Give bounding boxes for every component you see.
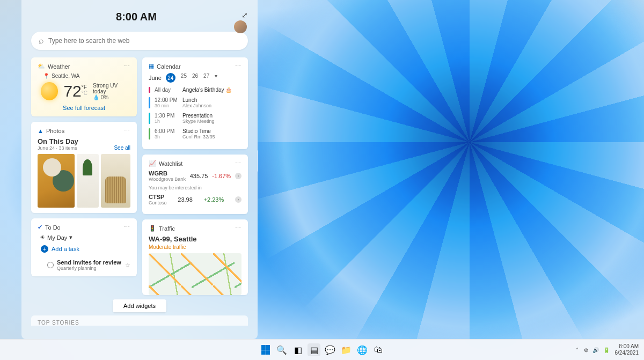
- search-button[interactable]: 🔍: [275, 343, 288, 356]
- todo-icon: ✔: [38, 224, 42, 231]
- sun-icon: [41, 82, 58, 100]
- weather-uv: Strong UV today: [93, 83, 130, 94]
- weather-title: Weather: [48, 63, 70, 70]
- stocks-icon: 📈: [149, 160, 156, 167]
- search-input[interactable]: [48, 37, 240, 45]
- traffic-more-icon[interactable]: ⋯: [235, 225, 241, 232]
- traffic-route: WA-99, Seattle: [149, 235, 241, 243]
- photo-thumb[interactable]: [77, 154, 99, 208]
- calendar-icon: ▦: [149, 63, 154, 70]
- sun-small-icon: ☀: [40, 234, 45, 241]
- user-avatar[interactable]: [234, 20, 247, 33]
- calendar-title: Calendar: [157, 63, 181, 70]
- traffic-icon: 🚦: [149, 225, 156, 232]
- traffic-map[interactable]: [149, 253, 241, 295]
- photos-more-icon[interactable]: ⋯: [124, 127, 130, 134]
- volume-icon[interactable]: 🔊: [592, 347, 599, 353]
- watchlist-title: Watchlist: [159, 160, 182, 167]
- location-icon: 📍: [43, 73, 49, 79]
- photos-heading: On This Day: [38, 137, 78, 145]
- explorer-button[interactable]: 📁: [340, 343, 353, 356]
- calendar-event[interactable]: All day Angela's Birthday 🎂: [149, 87, 241, 93]
- interest-label: You may be interested in: [149, 185, 241, 190]
- event-color-bar: [149, 87, 150, 93]
- photos-title: Photos: [46, 128, 64, 134]
- widgets-button[interactable]: ▤: [308, 343, 320, 356]
- store-button[interactable]: 🛍: [372, 343, 385, 356]
- weather-icon: ⛅: [38, 63, 45, 70]
- add-widgets-button[interactable]: Add widgets: [113, 299, 166, 312]
- resize-handle[interactable]: [257, 150, 258, 172]
- calendar-days[interactable]: 24 25 26 27 ▾: [166, 73, 217, 83]
- calendar-month: June: [149, 75, 162, 81]
- event-color-bar: [149, 113, 150, 124]
- photos-icon: ▲: [38, 128, 43, 134]
- traffic-title: Traffic: [159, 225, 175, 232]
- panel-time: 8:00 AM: [31, 11, 241, 23]
- calendar-card[interactable]: ▦Calendar ⋯ June 24 25 26 27 ▾ All day A…: [142, 57, 248, 149]
- tray-chevron-icon[interactable]: ˄: [576, 347, 579, 353]
- expand-icon[interactable]: ⤢: [241, 11, 248, 19]
- photo-thumb[interactable]: [101, 154, 130, 208]
- todo-card[interactable]: ✔To Do ⋯ ☀My Day▾ +Add a task Send invit…: [31, 218, 137, 276]
- watchlist-more-icon[interactable]: ⋯: [235, 160, 241, 167]
- event-color-bar: [149, 97, 150, 108]
- myday-dropdown[interactable]: ☀My Day▾: [40, 234, 130, 241]
- add-task-button[interactable]: +Add a task: [41, 245, 130, 253]
- droplet-icon: 💧: [93, 94, 99, 100]
- edge-button[interactable]: 🌐: [356, 343, 369, 356]
- widgets-panel: 8:00 AM ⤢ ⌕ ⛅Weather ⋯ 📍Seattle, WA 72°F…: [21, 0, 258, 339]
- taskbar: 🔍 ◧ ▤ 💬 📁 🌐 🛍 ˄ ⊚ 🔊 🔋 8:00 AM 6/24/2021: [0, 339, 644, 360]
- calendar-event[interactable]: 6:00 PM3h Studio TimeConf Rm 32/35: [149, 128, 241, 139]
- chat-button[interactable]: 💬: [324, 343, 336, 356]
- star-icon[interactable]: ☆: [125, 262, 130, 269]
- photo-thumbnails[interactable]: [38, 154, 130, 208]
- search-box[interactable]: ⌕: [31, 32, 248, 50]
- start-button[interactable]: [259, 343, 272, 356]
- stock-row[interactable]: CTSPContoso 23.98 +2.23% ›: [149, 194, 241, 205]
- stock-row[interactable]: WGRBWoodgrove Bank 435.75 -1.67% ›: [149, 170, 241, 182]
- drill-icon[interactable]: ›: [235, 196, 241, 203]
- calendar-event[interactable]: 12:00 PM30 min LunchAlex Johnson: [149, 97, 241, 108]
- weather-location: 📍Seattle, WA: [43, 73, 130, 79]
- traffic-status: Moderate traffic: [149, 244, 241, 250]
- task-item[interactable]: Send invites for review Quarterly planni…: [38, 257, 130, 271]
- weather-card[interactable]: ⛅Weather ⋯ 📍Seattle, WA 72°F°C Strong UV…: [31, 57, 137, 116]
- chevron-down-icon: ▾: [69, 234, 72, 241]
- plus-icon: +: [41, 245, 48, 253]
- photo-thumb[interactable]: [38, 154, 75, 208]
- todo-title: To Do: [45, 224, 61, 231]
- todo-more-icon[interactable]: ⋯: [124, 224, 130, 231]
- forecast-link[interactable]: See full forecast: [38, 105, 130, 111]
- drill-icon[interactable]: ›: [235, 173, 241, 179]
- chevron-down-icon[interactable]: ▾: [215, 73, 217, 83]
- top-stories-header[interactable]: TOP STORIES: [31, 315, 248, 326]
- photos-card[interactable]: ▲Photos ⋯ On This Day June 24 · 33 items…: [31, 122, 137, 213]
- search-icon: ⌕: [39, 36, 44, 46]
- calendar-event[interactable]: 1:30 PM1h PresentationSkype Meeting: [149, 113, 241, 124]
- weather-temp: 72: [63, 82, 81, 100]
- task-title: Send invites for review: [57, 259, 122, 266]
- system-tray[interactable]: ˄ ⊚ 🔊 🔋 8:00 AM 6/24/2021: [576, 343, 639, 356]
- battery-icon[interactable]: 🔋: [603, 347, 610, 353]
- watchlist-card[interactable]: 📈Watchlist ⋯ WGRBWoodgrove Bank 435.75 -…: [142, 155, 248, 214]
- photos-see-all-link[interactable]: See all: [114, 145, 130, 151]
- photos-meta: June 24 · 33 items: [38, 145, 78, 151]
- weather-more-icon[interactable]: ⋯: [124, 63, 130, 70]
- event-color-bar: [149, 128, 150, 139]
- wifi-icon[interactable]: ⊚: [584, 347, 588, 353]
- task-sub: Quarterly planning: [57, 266, 122, 271]
- taskbar-clock[interactable]: 8:00 AM 6/24/2021: [615, 343, 639, 356]
- task-view-button[interactable]: ◧: [291, 343, 304, 356]
- radio-icon[interactable]: [47, 262, 54, 268]
- calendar-more-icon[interactable]: ⋯: [235, 63, 241, 70]
- traffic-card[interactable]: 🚦Traffic ⋯ WA-99, Seattle Moderate traff…: [142, 219, 248, 295]
- taskbar-center: 🔍 ◧ ▤ 💬 📁 🌐 🛍: [259, 343, 385, 356]
